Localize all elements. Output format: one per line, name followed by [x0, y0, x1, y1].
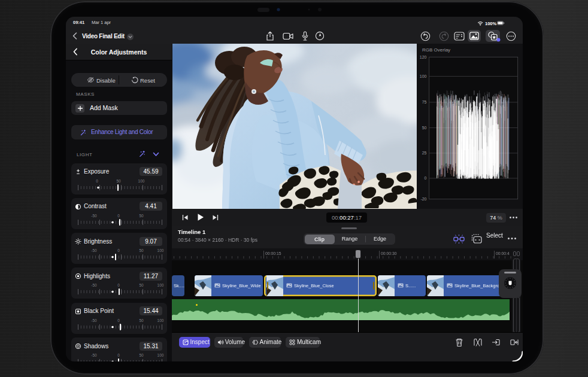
- svg-text:-20: -20: [420, 197, 426, 201]
- svg-text:50: 50: [422, 126, 427, 130]
- svg-text:75: 75: [422, 100, 427, 104]
- svg-text:00:00:15: 00:00:15: [265, 251, 281, 256]
- svg-text:120: 120: [420, 55, 427, 59]
- svg-text:0: 0: [425, 176, 427, 180]
- svg-text:100%: 100%: [485, 21, 497, 26]
- svg-text:00:00:4: 00:00:4: [496, 251, 510, 256]
- svg-text:00:00:30: 00:00:30: [381, 251, 397, 256]
- svg-text:100: 100: [420, 74, 427, 78]
- svg-text:25: 25: [422, 151, 427, 155]
